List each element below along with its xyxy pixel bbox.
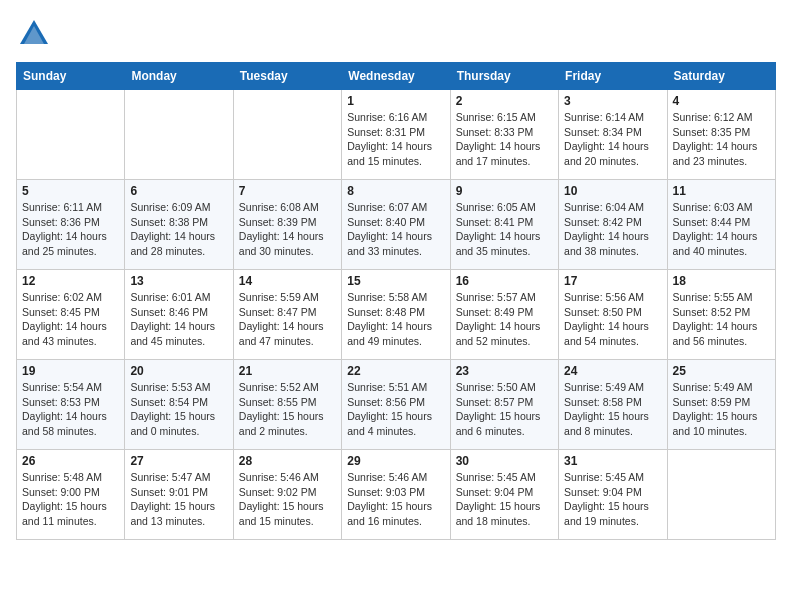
- calendar-cell-w2-d5: 9Sunrise: 6:05 AM Sunset: 8:41 PM Daylig…: [450, 180, 558, 270]
- calendar-cell-w3-d3: 14Sunrise: 5:59 AM Sunset: 8:47 PM Dayli…: [233, 270, 341, 360]
- day-info-5: Sunrise: 6:11 AM Sunset: 8:36 PM Dayligh…: [22, 200, 119, 259]
- calendar-cell-w3-d1: 12Sunrise: 6:02 AM Sunset: 8:45 PM Dayli…: [17, 270, 125, 360]
- day-number-18: 18: [673, 274, 770, 288]
- day-info-20: Sunrise: 5:53 AM Sunset: 8:54 PM Dayligh…: [130, 380, 227, 439]
- day-info-9: Sunrise: 6:05 AM Sunset: 8:41 PM Dayligh…: [456, 200, 553, 259]
- day-number-28: 28: [239, 454, 336, 468]
- day-number-14: 14: [239, 274, 336, 288]
- calendar-cell-w1-d3: [233, 90, 341, 180]
- day-info-28: Sunrise: 5:46 AM Sunset: 9:02 PM Dayligh…: [239, 470, 336, 529]
- day-info-24: Sunrise: 5:49 AM Sunset: 8:58 PM Dayligh…: [564, 380, 661, 439]
- page-header: [16, 16, 776, 52]
- day-number-16: 16: [456, 274, 553, 288]
- calendar-cell-w2-d3: 7Sunrise: 6:08 AM Sunset: 8:39 PM Daylig…: [233, 180, 341, 270]
- day-info-1: Sunrise: 6:16 AM Sunset: 8:31 PM Dayligh…: [347, 110, 444, 169]
- calendar-cell-w3-d6: 17Sunrise: 5:56 AM Sunset: 8:50 PM Dayli…: [559, 270, 667, 360]
- day-info-14: Sunrise: 5:59 AM Sunset: 8:47 PM Dayligh…: [239, 290, 336, 349]
- calendar-cell-w4-d7: 25Sunrise: 5:49 AM Sunset: 8:59 PM Dayli…: [667, 360, 775, 450]
- day-number-3: 3: [564, 94, 661, 108]
- week-row-1: 1Sunrise: 6:16 AM Sunset: 8:31 PM Daylig…: [17, 90, 776, 180]
- calendar-cell-w5-d3: 28Sunrise: 5:46 AM Sunset: 9:02 PM Dayli…: [233, 450, 341, 540]
- day-info-13: Sunrise: 6:01 AM Sunset: 8:46 PM Dayligh…: [130, 290, 227, 349]
- day-number-17: 17: [564, 274, 661, 288]
- day-number-2: 2: [456, 94, 553, 108]
- calendar-cell-w2-d2: 6Sunrise: 6:09 AM Sunset: 8:38 PM Daylig…: [125, 180, 233, 270]
- calendar-cell-w3-d7: 18Sunrise: 5:55 AM Sunset: 8:52 PM Dayli…: [667, 270, 775, 360]
- week-row-4: 19Sunrise: 5:54 AM Sunset: 8:53 PM Dayli…: [17, 360, 776, 450]
- day-info-8: Sunrise: 6:07 AM Sunset: 8:40 PM Dayligh…: [347, 200, 444, 259]
- day-number-23: 23: [456, 364, 553, 378]
- day-info-6: Sunrise: 6:09 AM Sunset: 8:38 PM Dayligh…: [130, 200, 227, 259]
- day-info-10: Sunrise: 6:04 AM Sunset: 8:42 PM Dayligh…: [564, 200, 661, 259]
- logo: [16, 16, 56, 52]
- calendar-cell-w4-d4: 22Sunrise: 5:51 AM Sunset: 8:56 PM Dayli…: [342, 360, 450, 450]
- day-info-29: Sunrise: 5:46 AM Sunset: 9:03 PM Dayligh…: [347, 470, 444, 529]
- calendar-cell-w5-d4: 29Sunrise: 5:46 AM Sunset: 9:03 PM Dayli…: [342, 450, 450, 540]
- day-number-19: 19: [22, 364, 119, 378]
- day-info-7: Sunrise: 6:08 AM Sunset: 8:39 PM Dayligh…: [239, 200, 336, 259]
- day-number-30: 30: [456, 454, 553, 468]
- day-info-30: Sunrise: 5:45 AM Sunset: 9:04 PM Dayligh…: [456, 470, 553, 529]
- weekday-header-wednesday: Wednesday: [342, 63, 450, 90]
- day-number-12: 12: [22, 274, 119, 288]
- week-row-2: 5Sunrise: 6:11 AM Sunset: 8:36 PM Daylig…: [17, 180, 776, 270]
- day-info-18: Sunrise: 5:55 AM Sunset: 8:52 PM Dayligh…: [673, 290, 770, 349]
- weekday-header-saturday: Saturday: [667, 63, 775, 90]
- day-info-25: Sunrise: 5:49 AM Sunset: 8:59 PM Dayligh…: [673, 380, 770, 439]
- calendar-cell-w1-d2: [125, 90, 233, 180]
- calendar-cell-w1-d7: 4Sunrise: 6:12 AM Sunset: 8:35 PM Daylig…: [667, 90, 775, 180]
- weekday-header-friday: Friday: [559, 63, 667, 90]
- day-number-26: 26: [22, 454, 119, 468]
- day-number-22: 22: [347, 364, 444, 378]
- day-info-15: Sunrise: 5:58 AM Sunset: 8:48 PM Dayligh…: [347, 290, 444, 349]
- weekday-header-row: SundayMondayTuesdayWednesdayThursdayFrid…: [17, 63, 776, 90]
- calendar-cell-w3-d4: 15Sunrise: 5:58 AM Sunset: 8:48 PM Dayli…: [342, 270, 450, 360]
- day-info-19: Sunrise: 5:54 AM Sunset: 8:53 PM Dayligh…: [22, 380, 119, 439]
- day-info-12: Sunrise: 6:02 AM Sunset: 8:45 PM Dayligh…: [22, 290, 119, 349]
- calendar-cell-w2-d4: 8Sunrise: 6:07 AM Sunset: 8:40 PM Daylig…: [342, 180, 450, 270]
- day-number-13: 13: [130, 274, 227, 288]
- calendar-table: SundayMondayTuesdayWednesdayThursdayFrid…: [16, 62, 776, 540]
- calendar-cell-w2-d1: 5Sunrise: 6:11 AM Sunset: 8:36 PM Daylig…: [17, 180, 125, 270]
- calendar-cell-w4-d3: 21Sunrise: 5:52 AM Sunset: 8:55 PM Dayli…: [233, 360, 341, 450]
- day-number-8: 8: [347, 184, 444, 198]
- day-number-15: 15: [347, 274, 444, 288]
- calendar-cell-w5-d7: [667, 450, 775, 540]
- calendar-cell-w1-d1: [17, 90, 125, 180]
- day-number-10: 10: [564, 184, 661, 198]
- calendar-cell-w1-d5: 2Sunrise: 6:15 AM Sunset: 8:33 PM Daylig…: [450, 90, 558, 180]
- day-number-29: 29: [347, 454, 444, 468]
- calendar-cell-w4-d2: 20Sunrise: 5:53 AM Sunset: 8:54 PM Dayli…: [125, 360, 233, 450]
- day-info-3: Sunrise: 6:14 AM Sunset: 8:34 PM Dayligh…: [564, 110, 661, 169]
- calendar-cell-w4-d5: 23Sunrise: 5:50 AM Sunset: 8:57 PM Dayli…: [450, 360, 558, 450]
- calendar-cell-w2-d6: 10Sunrise: 6:04 AM Sunset: 8:42 PM Dayli…: [559, 180, 667, 270]
- day-info-16: Sunrise: 5:57 AM Sunset: 8:49 PM Dayligh…: [456, 290, 553, 349]
- day-number-5: 5: [22, 184, 119, 198]
- day-info-21: Sunrise: 5:52 AM Sunset: 8:55 PM Dayligh…: [239, 380, 336, 439]
- day-info-23: Sunrise: 5:50 AM Sunset: 8:57 PM Dayligh…: [456, 380, 553, 439]
- calendar-cell-w5-d1: 26Sunrise: 5:48 AM Sunset: 9:00 PM Dayli…: [17, 450, 125, 540]
- weekday-header-tuesday: Tuesday: [233, 63, 341, 90]
- day-info-26: Sunrise: 5:48 AM Sunset: 9:00 PM Dayligh…: [22, 470, 119, 529]
- day-number-11: 11: [673, 184, 770, 198]
- day-number-1: 1: [347, 94, 444, 108]
- week-row-3: 12Sunrise: 6:02 AM Sunset: 8:45 PM Dayli…: [17, 270, 776, 360]
- calendar-cell-w4-d1: 19Sunrise: 5:54 AM Sunset: 8:53 PM Dayli…: [17, 360, 125, 450]
- day-number-31: 31: [564, 454, 661, 468]
- day-number-6: 6: [130, 184, 227, 198]
- day-number-4: 4: [673, 94, 770, 108]
- day-number-24: 24: [564, 364, 661, 378]
- calendar-cell-w1-d6: 3Sunrise: 6:14 AM Sunset: 8:34 PM Daylig…: [559, 90, 667, 180]
- weekday-header-sunday: Sunday: [17, 63, 125, 90]
- calendar-cell-w4-d6: 24Sunrise: 5:49 AM Sunset: 8:58 PM Dayli…: [559, 360, 667, 450]
- calendar-cell-w5-d2: 27Sunrise: 5:47 AM Sunset: 9:01 PM Dayli…: [125, 450, 233, 540]
- day-number-20: 20: [130, 364, 227, 378]
- week-row-5: 26Sunrise: 5:48 AM Sunset: 9:00 PM Dayli…: [17, 450, 776, 540]
- calendar-cell-w1-d4: 1Sunrise: 6:16 AM Sunset: 8:31 PM Daylig…: [342, 90, 450, 180]
- day-info-11: Sunrise: 6:03 AM Sunset: 8:44 PM Dayligh…: [673, 200, 770, 259]
- day-number-25: 25: [673, 364, 770, 378]
- day-info-2: Sunrise: 6:15 AM Sunset: 8:33 PM Dayligh…: [456, 110, 553, 169]
- day-number-7: 7: [239, 184, 336, 198]
- day-info-31: Sunrise: 5:45 AM Sunset: 9:04 PM Dayligh…: [564, 470, 661, 529]
- day-info-17: Sunrise: 5:56 AM Sunset: 8:50 PM Dayligh…: [564, 290, 661, 349]
